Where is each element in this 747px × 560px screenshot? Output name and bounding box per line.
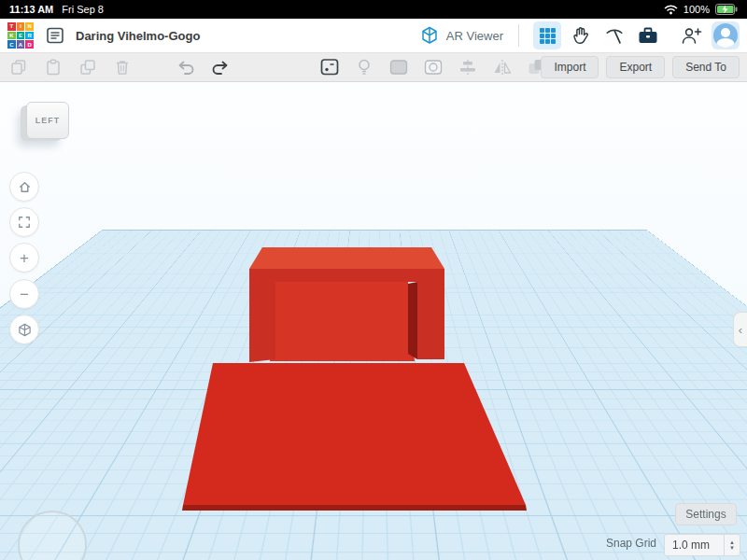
model-face-interior[interactable] xyxy=(270,282,415,361)
home-icon xyxy=(18,180,32,194)
ar-viewer-label: AR Viewer xyxy=(446,29,503,43)
sculpt-tool-button[interactable] xyxy=(567,21,595,49)
status-bar: 11:13 AM Fri Sep 8 100% xyxy=(0,0,747,19)
header-separator xyxy=(518,24,519,47)
trash-icon xyxy=(113,58,132,77)
zoom-out-label: − xyxy=(20,287,29,302)
design-menu-icon xyxy=(46,26,64,45)
blocks-mode-button[interactable] xyxy=(600,21,628,49)
logo-cell: C xyxy=(7,40,16,49)
status-right: 100% xyxy=(664,4,738,15)
chevron-left-icon: ‹ xyxy=(739,323,742,337)
shapes-panel-button[interactable] xyxy=(533,21,561,49)
hand-icon xyxy=(571,25,591,46)
share-invite-button[interactable] xyxy=(677,21,705,49)
undo-button[interactable] xyxy=(175,56,197,78)
copy-button[interactable] xyxy=(7,56,30,78)
model-face-panel-top[interactable] xyxy=(183,363,526,505)
model-3d[interactable] xyxy=(0,81,747,560)
model-face-right-leg-inner[interactable] xyxy=(408,282,417,359)
design-menu-button[interactable] xyxy=(44,24,66,47)
model-face-panel-edge[interactable] xyxy=(182,505,527,511)
person-add-icon xyxy=(680,25,702,46)
paste-icon xyxy=(44,58,63,77)
tinkercad-app: 11:13 AM Fri Sep 8 100% TINKERCAD xyxy=(0,0,747,560)
paste-button[interactable] xyxy=(42,56,64,78)
import-button[interactable]: Import xyxy=(541,56,599,78)
notes-icon xyxy=(318,56,341,78)
ar-viewer-button[interactable]: AR Viewer xyxy=(416,25,507,46)
logo-cell: I xyxy=(17,22,25,31)
align-button[interactable] xyxy=(457,56,479,78)
zoom-out-button[interactable]: − xyxy=(9,279,39,309)
snap-grid-label: Snap Grid xyxy=(606,537,656,550)
fit-view-button[interactable] xyxy=(9,207,39,237)
pickaxe-icon xyxy=(604,25,625,46)
tinkercad-logo[interactable]: TINKERCAD xyxy=(7,22,34,49)
perspective-cube-icon xyxy=(18,323,32,337)
logo-cell: R xyxy=(25,32,34,40)
grid-icon xyxy=(540,28,556,44)
account-avatar[interactable] xyxy=(712,21,740,49)
edit-toolbar: Import Export Send To xyxy=(0,53,747,82)
logo-cell: E xyxy=(17,32,25,40)
duplicate-icon xyxy=(78,58,97,77)
toolbox-icon xyxy=(637,25,659,46)
clipboard-group xyxy=(7,53,232,81)
status-time: 11:13 AM xyxy=(9,4,53,15)
align-icon xyxy=(458,58,478,77)
lightbulb-icon xyxy=(355,57,374,77)
wifi-icon xyxy=(664,5,678,15)
battery-percent: 100% xyxy=(684,4,710,15)
status-date: Fri Sep 8 xyxy=(62,4,104,15)
battery-charging-icon xyxy=(715,4,738,15)
fit-view-icon xyxy=(18,216,31,229)
zoom-in-label: + xyxy=(20,250,29,266)
tips-button[interactable] xyxy=(353,56,375,78)
home-view-button[interactable] xyxy=(9,172,39,202)
design-title: Daring Vihelmo-Gogo xyxy=(76,29,200,43)
redo-button[interactable] xyxy=(209,56,232,78)
ar-cube-icon xyxy=(419,25,440,46)
notes-button[interactable] xyxy=(318,56,341,78)
solid-shape-icon xyxy=(388,57,410,77)
avatar-silhouette xyxy=(713,23,738,48)
view-cube-face[interactable]: LEFT xyxy=(26,102,69,139)
stepper-down-icon: ▾ xyxy=(730,545,734,551)
logo-cell: T xyxy=(7,22,16,31)
hole-toggle[interactable] xyxy=(422,56,444,78)
io-buttons-group: Import Export Send To xyxy=(541,53,740,81)
model-face-slab-top[interactable] xyxy=(249,247,444,269)
solid-toggle[interactable] xyxy=(388,56,410,78)
snap-grid-value: 1.0 mm xyxy=(665,539,724,552)
hole-shape-icon xyxy=(422,57,444,77)
view-cube[interactable]: LEFT xyxy=(24,102,67,141)
header-bar: TINKERCAD Daring Vihelmo-Gogo AR Viewer xyxy=(0,19,747,53)
delete-button[interactable] xyxy=(111,56,134,78)
mirror-button[interactable] xyxy=(491,56,514,78)
snap-grid-select[interactable]: 1.0 mm ▴ ▾ xyxy=(664,534,740,556)
settings-button[interactable]: Settings xyxy=(675,503,737,525)
model-face-left-leg[interactable] xyxy=(249,282,275,362)
panel-collapse-tab[interactable]: ‹ xyxy=(733,312,747,347)
mirror-icon xyxy=(492,58,513,77)
viewport-3d[interactable]: LEFT + − ‹ Sett xyxy=(0,81,747,560)
copy-icon xyxy=(9,58,28,77)
zoom-in-button[interactable]: + xyxy=(9,243,39,273)
logo-cell: D xyxy=(25,40,34,49)
bricks-mode-button[interactable] xyxy=(634,21,662,49)
model-face-right-leg[interactable] xyxy=(417,282,444,359)
logo-cell: A xyxy=(17,40,25,49)
perspective-toggle-button[interactable] xyxy=(9,315,39,344)
status-left: 11:13 AM Fri Sep 8 xyxy=(9,4,104,15)
logo-cell: N xyxy=(25,22,34,31)
send-to-button[interactable]: Send To xyxy=(672,56,740,78)
export-button[interactable]: Export xyxy=(606,56,665,78)
duplicate-button[interactable] xyxy=(77,56,99,78)
snap-grid-stepper[interactable]: ▴ ▾ xyxy=(724,535,740,555)
model-face-slab-front[interactable] xyxy=(249,269,444,282)
undo-icon xyxy=(176,58,196,77)
logo-cell: K xyxy=(7,32,16,40)
redo-icon xyxy=(210,58,231,77)
